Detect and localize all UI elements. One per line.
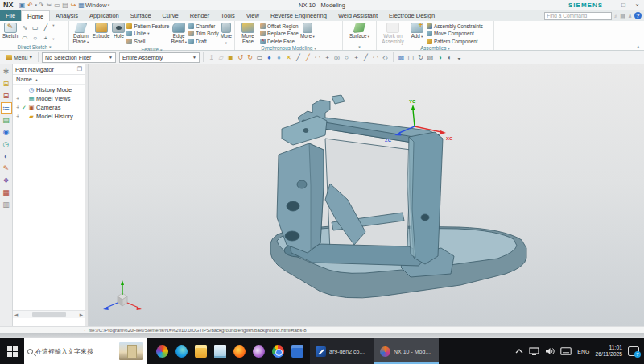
render-style-icon[interactable]: ▧ — [426, 52, 435, 63]
reuse-library-icon[interactable]: ▤ — [1, 114, 12, 126]
paste-icon[interactable]: ▤ — [61, 1, 69, 10]
synchronous-more-button[interactable]: More — [299, 22, 316, 41]
tree-expander[interactable]: + — [15, 105, 20, 110]
window-menu[interactable]: Window — [85, 2, 107, 9]
scene-icon[interactable]: ▦ — [1, 187, 12, 198]
tree-history-mode[interactable]: ◷ History Mode — [13, 85, 85, 94]
arc-icon[interactable]: ◠ — [19, 33, 30, 43]
save-icon[interactable]: ▣ — [19, 1, 27, 10]
ribbon-tab[interactable]: Weld Assistant — [332, 10, 383, 21]
rectangle-select-icon[interactable]: ▭ — [255, 52, 264, 63]
ime-keyboard-icon[interactable] — [560, 347, 572, 355]
move-component-button[interactable]: Move Component — [427, 30, 483, 37]
window-dropdown-icon[interactable]: ▾ — [108, 2, 110, 7]
trim-body-button[interactable]: Trim Body — [188, 30, 218, 37]
unite-button[interactable]: Unite▾ — [126, 30, 169, 37]
explorer[interactable] — [195, 345, 207, 358]
redo-selection-icon[interactable]: ↻ — [246, 52, 254, 63]
clock[interactable]: 11:01 26/11/2025 — [595, 345, 622, 358]
network-icon[interactable] — [529, 347, 539, 355]
delete-face-button[interactable]: Delete Face — [260, 38, 299, 45]
volume-icon[interactable] — [545, 347, 555, 355]
selection-scope-dropdown[interactable]: Entire Assembly▼ — [119, 52, 200, 63]
tree-expander[interactable]: + — [15, 114, 20, 119]
fit-view-icon[interactable]: ↻ — [416, 52, 425, 63]
deselect-icon[interactable]: ↥ — [207, 52, 216, 63]
templates-icon[interactable]: ▥ — [1, 199, 12, 210]
shaded-view-icon[interactable]: ▩ — [397, 52, 406, 63]
command-finder-icon[interactable]: ▤ — [620, 13, 625, 19]
existing-point-snap-icon[interactable]: + — [352, 52, 361, 63]
taskbar-window-ar9[interactable]: ar9-gen2 commin... — [310, 338, 374, 364]
ribbon-tab[interactable]: Electrode Design — [383, 10, 440, 21]
ribbon-options-icon[interactable]: ∧ — [628, 13, 632, 19]
ribbon-collapse-icon[interactable]: ▴ — [637, 43, 639, 48]
horizontal-scrollbar[interactable]: ◀ ▶ — [13, 310, 85, 318]
taskbar-search-input[interactable] — [35, 348, 117, 355]
sketch-button[interactable]: Sketch — [2, 22, 19, 40]
notification-center-icon[interactable]: 7 — [628, 346, 639, 356]
tangent-snap-icon[interactable]: ◠ — [371, 52, 380, 63]
copy-icon[interactable]: ▭ — [53, 1, 61, 10]
replace-face-button[interactable]: Replace Face — [260, 30, 299, 37]
feature-more-button[interactable]: More — [220, 22, 233, 47]
extrude-button[interactable]: Extrude — [92, 22, 111, 40]
effects-icon[interactable]: ◒ — [455, 52, 464, 63]
dialog-launcher-icon[interactable]: ▾ — [314, 46, 316, 51]
scroll-right-icon[interactable]: ▶ — [80, 312, 83, 317]
undo-icon[interactable]: ↶ — [27, 1, 35, 10]
ribbon-tab[interactable]: Curve — [157, 10, 184, 21]
sketch-tools-dropdown-icon[interactable]: ▾▾ — [52, 22, 55, 43]
system-materials-icon[interactable]: ❖ — [1, 175, 12, 186]
datum-plane-button[interactable]: Datum Plane — [71, 22, 91, 46]
dialog-launcher-icon[interactable]: ▾ — [49, 44, 52, 49]
ribbon-tab[interactable]: View — [241, 10, 265, 21]
history-icon[interactable]: ◷ — [1, 139, 12, 150]
chrome[interactable] — [272, 345, 284, 358]
scroll-left-icon[interactable]: ◀ — [14, 312, 18, 317]
notepad[interactable] — [214, 345, 226, 358]
scrollbar-thumb[interactable] — [32, 312, 66, 317]
chamfer-button[interactable]: Chamfer — [188, 23, 218, 30]
control-point-snap-icon[interactable]: ◠ — [313, 52, 322, 63]
tree-expander[interactable]: + — [15, 96, 20, 101]
part-navigator-icon[interactable]: ≔ — [1, 102, 12, 114]
ribbon-tab[interactable]: Tools — [215, 10, 241, 21]
profile-icon[interactable]: ∿ — [19, 23, 30, 33]
web-browser-icon[interactable]: ◉ — [1, 126, 12, 138]
language-indicator[interactable]: ENG — [577, 349, 589, 354]
edge-blend-button[interactable]: Edge Blend — [170, 22, 188, 46]
assembly-constraints-button[interactable]: Assembly Constraints — [427, 23, 483, 30]
start-button[interactable] — [0, 338, 24, 364]
maximize-button[interactable]: □ — [617, 0, 630, 10]
circle-icon[interactable]: ○ — [30, 33, 40, 43]
undock-panel-icon[interactable]: ❐ — [77, 66, 82, 72]
shell-button[interactable]: Shell — [126, 38, 169, 45]
selection-filter-dropdown[interactable]: No Selection Filter▼ — [42, 52, 116, 63]
undo-selection-icon[interactable]: ↺ — [236, 52, 245, 63]
close-button[interactable]: × — [630, 0, 644, 10]
constraint-navigator-icon[interactable]: ⊟ — [1, 90, 12, 101]
touch-mode-icon[interactable]: ✱ — [1, 66, 12, 77]
taskbar-search-box[interactable] — [24, 338, 147, 364]
rectangle-icon[interactable]: ▭ — [30, 23, 40, 33]
ribbon-tab[interactable]: Reverse Engineering — [265, 10, 332, 21]
endpoint-snap-icon[interactable]: ╱ — [294, 52, 303, 63]
process-studio-icon[interactable]: ◐ — [1, 151, 12, 162]
menu-button[interactable]: Menu▾ — [3, 53, 35, 61]
roles-icon[interactable]: ✎ — [1, 163, 12, 174]
cut-icon[interactable]: ✂ — [45, 1, 53, 10]
add-component-button[interactable]: Add — [408, 22, 426, 41]
graphics-viewport[interactable]: YC XC ZC — [85, 64, 644, 326]
line-icon[interactable]: ╱ — [40, 23, 51, 33]
calculator[interactable] — [291, 345, 303, 358]
offset-region-button[interactable]: Offset Region — [260, 23, 299, 30]
select-region-icon[interactable]: ▱ — [217, 52, 225, 63]
ribbon-tab[interactable]: Render — [184, 10, 216, 21]
intersection-snap-icon[interactable]: + — [323, 52, 332, 63]
ribbon-tab[interactable]: Surface — [125, 10, 157, 21]
panel-resize-sash[interactable] — [85, 64, 89, 326]
ribbon-tab[interactable]: Home — [21, 10, 50, 21]
point-on-face-icon[interactable]: ◇ — [381, 52, 390, 63]
edge[interactable] — [175, 345, 188, 358]
